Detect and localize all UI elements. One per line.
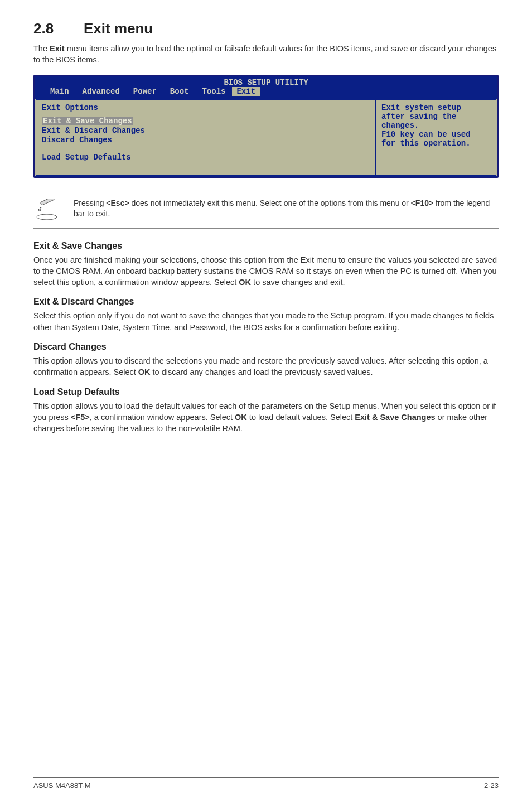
bios-tab-tools[interactable]: Tools	[195, 87, 232, 96]
intro-paragraph: The Exit menu items allow you to load th…	[33, 43, 499, 66]
bios-help-line: Exit system setup	[381, 103, 490, 112]
text: to load default values. Select	[247, 413, 355, 422]
bios-right-pane: Exit system setup after saving the chang…	[375, 98, 497, 177]
note-text: Pressing <Esc> does not immediately exit…	[74, 198, 499, 220]
note-block: Pressing <Esc> does not immediately exit…	[33, 198, 499, 229]
sub-discard-title: Discard Changes	[33, 342, 499, 352]
section-heading: Exit menu	[84, 20, 153, 37]
bios-tabs: Main Advanced Power Boot Tools Exit	[35, 87, 497, 97]
bios-help-line: for this operation.	[381, 139, 490, 148]
bios-exit-options-heading: Exit Options	[42, 103, 369, 112]
footer-left: ASUS M4A88T-M	[33, 781, 91, 790]
text-bold: OK	[138, 368, 151, 376]
text-bold: Exit & Save Changes	[355, 413, 435, 422]
note-esc: <Esc>	[106, 199, 129, 207]
sub-discard-body: This option allows you to discard the se…	[33, 355, 499, 378]
bios-header-title: BIOS SETUP UTILITY	[35, 76, 497, 87]
pencil-note-icon	[36, 199, 60, 220]
bios-tab-exit[interactable]: Exit	[232, 87, 260, 96]
svg-rect-1	[40, 199, 55, 205]
bios-tab-main[interactable]: Main	[43, 87, 76, 96]
section-number: 2.8	[33, 20, 84, 37]
svg-marker-2	[38, 207, 41, 211]
bios-tab-power[interactable]: Power	[127, 87, 163, 96]
note-pre: Pressing	[74, 199, 106, 207]
note-f10: <F10>	[411, 199, 433, 207]
bios-content: Exit Options Exit & Save Changes Exit & …	[35, 97, 497, 177]
bios-help-line: F10 key can be used	[381, 130, 490, 139]
text: to discard any changes and load the prev…	[151, 368, 373, 376]
sub-load-defaults-title: Load Setup Defaults	[33, 387, 499, 397]
intro-post: menu items allow you to load the optimal…	[33, 44, 496, 64]
bios-help-line: changes.	[381, 121, 490, 130]
page-footer: ASUS M4A88T-M 2-23	[33, 777, 499, 790]
bios-tab-advanced[interactable]: Advanced	[76, 87, 127, 96]
sub-exit-discard-body: Select this option only if you do not wa…	[33, 310, 499, 333]
intro-pre: The	[33, 44, 50, 53]
bios-item-discard[interactable]: Discard Changes	[42, 136, 369, 144]
text-bold: OK	[235, 413, 247, 422]
bios-item-load-defaults[interactable]: Load Setup Defaults	[42, 153, 369, 162]
svg-point-0	[37, 214, 57, 220]
note-mid: does not immediately exit this menu. Sel…	[129, 199, 411, 207]
text-bold: OK	[239, 278, 251, 287]
bios-panel: BIOS SETUP UTILITY Main Advanced Power B…	[33, 75, 499, 178]
text: Select this option only if you do not wa…	[33, 311, 494, 331]
text: , a confirmation window appears. Select	[90, 413, 235, 422]
sub-exit-discard-title: Exit & Discard Changes	[33, 297, 499, 307]
sub-exit-save-title: Exit & Save Changes	[33, 241, 499, 251]
bios-item-exit-save[interactable]: Exit & Save Changes	[42, 117, 133, 125]
text-bold: <F5>	[71, 413, 90, 422]
intro-bold: Exit	[50, 44, 65, 53]
bios-left-pane: Exit Options Exit & Save Changes Exit & …	[35, 98, 375, 177]
bios-tab-boot[interactable]: Boot	[163, 87, 196, 96]
sub-load-defaults-body: This option allows you to load the defau…	[33, 400, 499, 434]
footer-right: 2-23	[484, 781, 499, 790]
sub-exit-save-body: Once you are finished making your select…	[33, 254, 499, 288]
bios-help-line: after saving the	[381, 112, 490, 121]
bios-item-exit-discard[interactable]: Exit & Discard Changes	[42, 126, 369, 135]
section-title: 2.8Exit menu	[33, 20, 499, 37]
text: to save changes and exit.	[251, 278, 345, 287]
